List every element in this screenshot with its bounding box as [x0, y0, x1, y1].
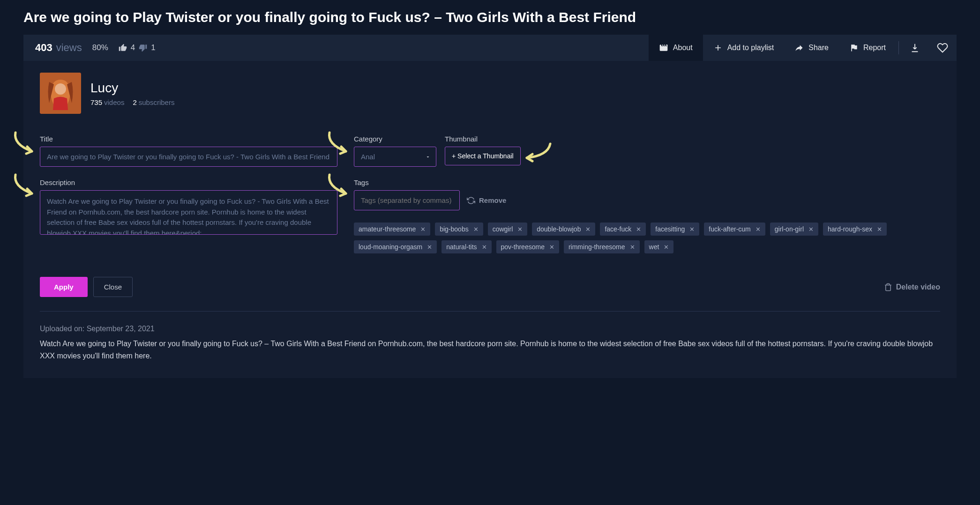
tag-chip-label: fuck-after-cum [709, 225, 750, 233]
description-input[interactable] [40, 190, 337, 235]
close-icon[interactable]: ✕ [664, 244, 669, 251]
title-field: Title [40, 135, 337, 167]
avatar[interactable] [40, 73, 81, 114]
views-label: views [56, 42, 82, 54]
plus-icon [713, 43, 723, 52]
tag-chip: girl-on-girl✕ [770, 223, 818, 236]
likes-count: 4 [131, 43, 135, 52]
tag-chip-label: wet [649, 243, 659, 251]
page-title: Are we going to Play Twister or you fina… [23, 0, 957, 35]
tags-label: Tags [354, 178, 940, 186]
title-label: Title [40, 135, 337, 143]
tab-about-label: About [673, 44, 693, 52]
thumbs-down-icon[interactable] [139, 44, 147, 52]
author-videos: 735videos [90, 98, 124, 106]
views: 403 views [35, 42, 82, 54]
close-button[interactable]: Close [93, 277, 133, 297]
author-meta: 735videos 2subscribers [90, 98, 174, 106]
author-name[interactable]: Lucy [90, 81, 174, 96]
close-icon[interactable]: ✕ [877, 226, 882, 233]
tags-input[interactable] [354, 190, 460, 210]
tag-chip: pov-threesome✕ [496, 240, 559, 253]
close-icon[interactable]: ✕ [482, 244, 487, 251]
tab-add-playlist-label: Add to playlist [727, 44, 774, 52]
close-icon[interactable]: ✕ [549, 244, 554, 251]
form-right: Category Anal Thumbnail + Select a Thumb… [354, 135, 940, 253]
close-icon[interactable]: ✕ [630, 244, 635, 251]
main-panel: Lucy 735videos 2subscribers Title Descri… [23, 61, 957, 378]
close-icon[interactable]: ✕ [689, 226, 695, 233]
download-button[interactable] [901, 35, 928, 61]
author-row: Lucy 735videos 2subscribers [40, 73, 940, 114]
tag-chip: double-blowjob✕ [532, 223, 595, 236]
author-subs: 2subscribers [133, 98, 174, 106]
tag-chips: amateur-threesome✕big-boobs✕cowgirl✕doub… [354, 223, 940, 253]
tag-chip: facesitting✕ [651, 223, 699, 236]
tag-chip: amateur-threesome✕ [354, 223, 430, 236]
stats-right: About Add to playlist Share Report [649, 35, 957, 61]
apply-button[interactable]: Apply [40, 277, 88, 297]
divider [898, 41, 899, 54]
tag-chip: fuck-after-cum✕ [704, 223, 765, 236]
tag-chip: face-fuck✕ [600, 223, 646, 236]
tab-share-label: Share [808, 44, 829, 52]
category-field: Category Anal [354, 135, 436, 167]
body-description: Watch Are we going to Play Twister or yo… [40, 338, 940, 362]
flag-icon [849, 43, 859, 52]
close-icon[interactable]: ✕ [420, 226, 426, 233]
stats-bar: 403 views 80% 4 1 About Add to playli [23, 35, 957, 61]
annotation-arrow-icon [11, 172, 39, 199]
refresh-icon [467, 196, 475, 205]
tab-share[interactable]: Share [784, 35, 839, 61]
like-dislike-group: 4 1 [119, 43, 156, 52]
tag-chip: cowgirl✕ [488, 223, 528, 236]
category-select[interactable]: Anal [354, 147, 436, 167]
stats-left: 403 views 80% 4 1 [23, 42, 156, 54]
form-grid: Title Description Category Anal [40, 135, 940, 253]
tag-chip-label: facesitting [655, 225, 685, 233]
clapperboard-icon [659, 43, 668, 52]
close-icon[interactable]: ✕ [808, 226, 814, 233]
dislikes-count: 1 [151, 43, 155, 52]
remove-tags-button[interactable]: Remove [467, 196, 506, 205]
close-icon[interactable]: ✕ [756, 226, 761, 233]
tab-report[interactable]: Report [839, 35, 896, 61]
download-icon [910, 43, 920, 53]
trash-icon [884, 283, 892, 291]
tag-chip-label: rimming-threesome [569, 243, 625, 251]
uploaded-date: Uploaded on: September 23, 2021 [40, 325, 940, 333]
close-icon[interactable]: ✕ [585, 226, 591, 233]
title-input[interactable] [40, 147, 337, 167]
tag-chip-label: cowgirl [493, 225, 513, 233]
delete-label: Delete video [896, 283, 940, 291]
select-thumbnail-button[interactable]: + Select a Thumbnail [445, 147, 521, 165]
tag-chip: rimming-threesome✕ [564, 240, 640, 253]
svg-point-1 [55, 83, 66, 95]
close-icon[interactable]: ✕ [517, 226, 523, 233]
category-label: Category [354, 135, 436, 143]
tab-about[interactable]: About [649, 35, 703, 61]
tag-chip: hard-rough-sex✕ [823, 223, 887, 236]
tag-chip-label: loud-moaning-orgasm [359, 243, 422, 251]
tag-chip-label: face-fuck [605, 225, 631, 233]
views-count: 403 [35, 42, 52, 54]
remove-label: Remove [479, 196, 506, 204]
description-field: Description [40, 178, 337, 235]
tag-chip: natural-tits✕ [441, 240, 491, 253]
tag-chip: big-boobs✕ [435, 223, 483, 236]
close-icon[interactable]: ✕ [427, 244, 432, 251]
tab-report-label: Report [863, 44, 886, 52]
delete-video-button[interactable]: Delete video [884, 283, 940, 291]
favorite-button[interactable] [928, 35, 957, 61]
thumbs-up-icon[interactable] [119, 44, 127, 52]
close-icon[interactable]: ✕ [473, 226, 479, 233]
tag-chip-label: natural-tits [446, 243, 477, 251]
close-icon[interactable]: ✕ [636, 226, 641, 233]
like-percent: 80% [92, 43, 108, 52]
form-left: Title Description [40, 135, 337, 253]
thumbnail-label: Thumbnail [445, 135, 521, 143]
tab-add-playlist[interactable]: Add to playlist [703, 35, 785, 61]
tag-chip-label: girl-on-girl [775, 225, 804, 233]
tag-chip-label: double-blowjob [537, 225, 581, 233]
tag-chip-label: amateur-threesome [359, 225, 416, 233]
